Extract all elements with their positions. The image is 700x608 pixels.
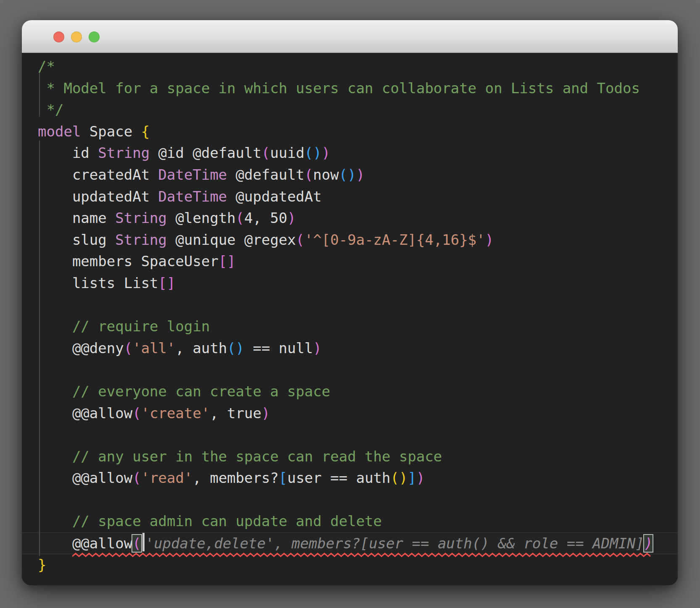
code-token: model <box>38 123 81 140</box>
code-line: @@allow('read', members?[user == auth()]… <box>22 467 678 489</box>
code-token: ) <box>485 231 493 248</box>
error-region: @@allow('update,delete', members?[user =… <box>72 533 653 555</box>
code-token: ( <box>261 144 270 161</box>
code-token: @@allow <box>38 405 132 422</box>
code-line <box>22 359 678 381</box>
zoom-button[interactable] <box>89 31 100 42</box>
code-token: @default <box>227 166 304 183</box>
code-token: ( <box>296 231 304 248</box>
code-line: @@allow('update,delete', members?[user =… <box>22 532 678 554</box>
code-token: @unique @regex <box>167 231 296 248</box>
code-token: 'update,delete', members?[user == auth()… <box>145 535 644 552</box>
code-token: () <box>339 166 356 183</box>
traffic-lights <box>53 31 100 42</box>
code-token: ) <box>356 166 364 183</box>
code-token: // any user in the space can read the sp… <box>38 448 442 465</box>
code-token: 4, 50 <box>244 210 287 226</box>
code-token: * Model for a space in which users can c… <box>38 80 640 97</box>
code-token: DateTime <box>158 166 227 183</box>
desktop-background: { "window": { "traffic_lights": [ {"name… <box>0 0 700 608</box>
code-token: 'read' <box>141 469 193 486</box>
code-token: createdAt <box>38 166 158 183</box>
code-token: @id @default <box>150 144 261 161</box>
code-line <box>22 294 678 316</box>
close-button[interactable] <box>53 31 64 42</box>
code-token: ) <box>261 405 270 422</box>
code-line <box>22 424 678 446</box>
code-line: } <box>22 554 678 576</box>
code-line: lists List[] <box>22 273 678 294</box>
editor-window: /* * Model for a space in which users ca… <box>22 20 678 585</box>
code-token: lists List <box>38 275 158 291</box>
code-line: * Model for a space in which users can c… <box>22 78 678 100</box>
code-token: ) <box>287 210 296 226</box>
code-token: // require login <box>38 318 210 335</box>
code-editor[interactable]: /* * Model for a space in which users ca… <box>22 53 678 585</box>
code-token: /* <box>38 58 55 75</box>
code-token: ( <box>132 405 141 422</box>
code-line: // space admin can update and delete <box>22 511 678 532</box>
code-token: , members? <box>192 469 279 486</box>
code-token: } <box>38 556 46 573</box>
code-token: name <box>38 210 115 226</box>
code-line: model Space { <box>22 121 678 143</box>
code-line: // any user in the space can read the sp… <box>22 446 678 468</box>
code-token: () <box>305 144 322 161</box>
code-area: /* * Model for a space in which users ca… <box>22 53 678 576</box>
code-token: id <box>38 144 98 161</box>
code-line: */ <box>22 99 678 121</box>
code-token: now <box>313 166 339 183</box>
code-line: name String @length(4, 50) <box>22 207 678 229</box>
code-line: @@deny('all', auth() == null) <box>22 338 678 359</box>
code-token: ) <box>313 340 321 356</box>
code-token: ( <box>124 340 132 356</box>
code-token: ) <box>322 144 330 161</box>
code-line: /* <box>22 56 678 78</box>
code-line: id String @id @default(uuid()) <box>22 142 678 164</box>
code-token: Space <box>81 123 141 140</box>
code-token: [ <box>279 469 287 486</box>
code-line: // everyone can create a space <box>22 381 678 403</box>
code-token: '^[0-9a-zA-Z]{4,16}$' <box>305 231 485 248</box>
code-token: , true <box>210 405 261 422</box>
code-token: updatedAt <box>38 188 158 205</box>
code-line: createdAt DateTime @default(now()) <box>22 164 678 186</box>
code-token: slug <box>38 231 115 248</box>
code-token: @updatedAt <box>227 188 321 205</box>
code-token: // space admin can update and delete <box>38 513 382 529</box>
code-token: */ <box>38 101 63 118</box>
code-token: String <box>98 144 150 161</box>
code-token: DateTime <box>158 188 227 205</box>
code-token: , auth <box>176 340 227 356</box>
code-token: [] <box>218 253 236 270</box>
code-token: == null <box>244 340 313 356</box>
code-token: () <box>390 469 408 486</box>
code-token: @@deny <box>38 340 124 356</box>
code-line: @@allow('create', true) <box>22 403 678 425</box>
code-token: String <box>115 210 167 226</box>
code-token: @@allow <box>38 469 132 486</box>
code-token: [] <box>158 275 176 291</box>
code-token: 'all' <box>132 340 175 356</box>
code-token: ( <box>132 469 141 486</box>
code-token: members SpaceUser <box>38 253 218 270</box>
text-cursor <box>142 533 145 551</box>
code-token: user == auth <box>287 469 391 486</box>
minimize-button[interactable] <box>71 31 82 42</box>
code-token: ( <box>132 535 141 552</box>
code-token: @@allow <box>72 535 132 552</box>
code-line <box>22 489 678 511</box>
window-titlebar[interactable] <box>22 20 678 53</box>
code-line: // require login <box>22 316 678 338</box>
code-token: ( <box>236 210 244 226</box>
code-token: ) <box>644 535 653 552</box>
code-token: @length <box>167 210 236 226</box>
code-token: // everyone can create a space <box>38 383 330 400</box>
code-token <box>38 535 72 552</box>
code-line: updatedAt DateTime @updatedAt <box>22 186 678 208</box>
code-token: () <box>227 340 244 356</box>
code-token: uuid <box>270 144 305 161</box>
code-line: slug String @unique @regex('^[0-9a-zA-Z]… <box>22 229 678 251</box>
code-token: ] <box>408 469 416 486</box>
code-token: ) <box>416 469 425 486</box>
